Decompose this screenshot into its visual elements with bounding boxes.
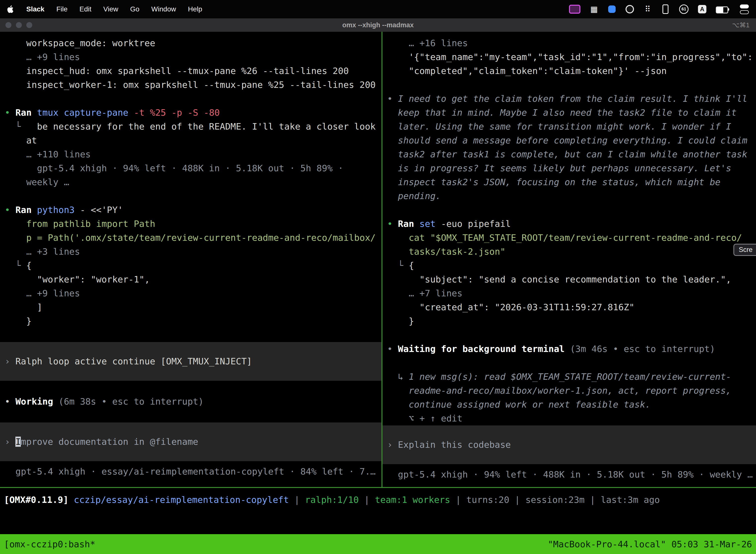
menu-help[interactable]: Help	[188, 5, 202, 13]
control-center-icon[interactable]	[740, 3, 749, 15]
terminal-line: └ {	[387, 259, 756, 273]
zoom-button[interactable]	[26, 22, 32, 28]
screen-capture-tooltip: Scre	[734, 244, 756, 256]
terminal-line	[5, 92, 381, 106]
window-title: omx --xhigh --madmax	[0, 21, 756, 29]
terminal-line: … +9 lines	[5, 286, 381, 300]
menu-view[interactable]: View	[104, 5, 118, 13]
terminal-line: later. Using the same for transition mig…	[387, 120, 756, 133]
screen-recording-indicator[interactable]	[569, 3, 580, 15]
input-source-icon[interactable]: A	[698, 3, 706, 15]
blue-app-icon[interactable]	[608, 3, 616, 15]
omx-status-line: [OMX#0.11.9] cczip/essay/ai-reimplementa…	[4, 493, 660, 507]
pane-separator-horizontal	[0, 487, 756, 488]
terminal-line: readme-and-reco/mailbox/worker-1.json, a…	[387, 384, 756, 398]
terminal-line: is in progress? It seems likely but perh…	[387, 161, 756, 175]
terminal-line	[5, 189, 381, 203]
terminal-line: }	[387, 314, 756, 328]
menu-bar-left: Slack FileEditViewGoWindowHelp	[7, 5, 202, 14]
prompt-band[interactable]: › Improve documentation in @filename	[0, 423, 381, 461]
macos-menu-bar: Slack FileEditViewGoWindowHelp ▦⠿61A	[0, 0, 756, 18]
terminal-line	[387, 203, 756, 217]
prompt-band[interactable]: › Ralph loop active continue [OMX_TMUX_I…	[0, 342, 381, 381]
terminal-line: • Ran tmux capture-pane -t %25 -p -S -80	[5, 106, 381, 120]
screen: Slack FileEditViewGoWindowHelp ▦⠿61A omx…	[0, 0, 756, 554]
pane-status-line: gpt-5.4 xhigh · essay/ai-reimplementatio…	[5, 465, 381, 479]
terminal-line: … +7 lines	[387, 286, 756, 300]
terminal-line: └ be necessary for the end of the README…	[5, 120, 381, 133]
terminal-line: workspace_mode: worktree	[5, 36, 381, 50]
terminal-line: … +16 lines	[387, 36, 756, 50]
terminal-line	[5, 328, 381, 342]
traffic-lights	[0, 22, 32, 28]
terminal-line: from pathlib import Path	[5, 217, 381, 231]
menu-go[interactable]: Go	[130, 5, 139, 13]
terminal-line: '{"team_name":"my-team","task_id":"1","f…	[387, 50, 756, 64]
menu-bar-status-icons: ▦⠿61A	[569, 3, 749, 15]
terminal-line: • Working (6m 38s • esc to interrupt)	[5, 395, 381, 408]
terminal-line: }	[5, 314, 381, 328]
dots-grid-icon[interactable]: ⠿	[643, 3, 652, 15]
terminal-area: workspace_mode: worktree … +9 lines insp…	[0, 32, 756, 534]
pane-status-line: gpt-5.4 xhigh · 94% left · 488K in · 5.1…	[387, 467, 756, 482]
app-menu-slack[interactable]: Slack	[26, 5, 44, 13]
terminal-line: keep that in mind. Maybe I also need the…	[387, 106, 756, 120]
menu-edit[interactable]: Edit	[79, 5, 91, 13]
terminal-line: ⌥ + ↑ edit	[387, 411, 756, 426]
tooltip-label: Scre	[739, 246, 753, 254]
terminal-line	[387, 78, 756, 92]
terminal-line: ]	[5, 300, 381, 314]
terminal-line: "completed","claim_token":"claim-token"}…	[387, 64, 756, 78]
terminal-line: • Ran set -euo pipefail	[387, 217, 756, 231]
terminal-line: └ {	[5, 259, 381, 273]
tmux-host-time: "MacBook-Pro-44.local" 05:03 31-Mar-26	[548, 539, 752, 549]
right-terminal-pane[interactable]: … +16 lines '{"team_name":"my-team","tas…	[382, 32, 756, 487]
phone-icon[interactable]	[661, 3, 670, 15]
terminal-line	[5, 381, 381, 395]
tmux-session-info: [omx-cczip0:bash*	[4, 539, 95, 549]
dark-app-icon[interactable]	[626, 3, 634, 15]
terminal-line: gpt-5.4 xhigh · 94% left · 488K in · 5.1…	[5, 161, 381, 175]
prompt-band[interactable]: › Explain this codebase	[382, 426, 756, 464]
battery-percent-badge[interactable]: 61	[679, 3, 689, 15]
terminal-line	[387, 356, 756, 370]
terminal-line: inspect_hud: omx sparkshell --tmux-pane …	[5, 64, 381, 78]
apple-menu-icon[interactable]	[7, 5, 14, 14]
terminal-line: p = Path('.omx/state/team/review-current…	[5, 231, 381, 245]
terminal-line: … +110 lines	[5, 148, 381, 161]
tmux-status-bar: [omx-cczip0:bash* "MacBook-Pro-44.local"…	[0, 534, 756, 554]
terminal-line: • Waiting for background terminal (3m 46…	[387, 342, 756, 356]
menu-items: FileEditViewGoWindowHelp	[56, 5, 202, 13]
terminal-line: inspect_worker-1: omx sparkshell --tmux-…	[5, 78, 381, 92]
terminal-line: inspect task2's JSON, focusing on the st…	[387, 175, 756, 189]
terminal-line: … +3 lines	[5, 245, 381, 259]
terminal-line: at	[5, 133, 381, 148]
terminal-line: should send a message before completing …	[387, 133, 756, 148]
minimize-button[interactable]	[16, 22, 22, 28]
window-shortcut-hint: ⌥⌘1	[732, 21, 750, 29]
terminal-line: "worker": "worker-1",	[5, 273, 381, 286]
terminal-line: "subject": "send a concise recommendatio…	[387, 273, 756, 286]
terminal-line: tasks/task-2.json"	[387, 245, 756, 259]
terminal-line	[5, 408, 381, 423]
terminal-line: ↳ 1 new msg(s): read $OMX_TEAM_STATE_ROO…	[387, 370, 756, 384]
terminal-line: continue assigned work or next feasible …	[387, 398, 756, 411]
terminal-line: … +9 lines	[5, 50, 381, 64]
terminal-line: cat "$OMX_TEAM_STATE_ROOT/team/review-cu…	[387, 231, 756, 245]
left-terminal-pane[interactable]: workspace_mode: worktree … +9 lines insp…	[0, 32, 381, 487]
terminal-line: "created_at": "2026-03-31T11:59:27.816Z"	[387, 300, 756, 314]
terminal-line: • I need to get the claim token from the…	[387, 92, 756, 106]
terminal-line: pending.	[387, 189, 756, 203]
grid-icon[interactable]: ▦	[590, 3, 598, 15]
terminal-line: weekly …	[5, 175, 381, 189]
menu-file[interactable]: File	[56, 5, 67, 13]
terminal-line: task2 after task1 is complete, but can I…	[387, 148, 756, 161]
close-button[interactable]	[5, 22, 11, 28]
window-title-bar[interactable]: omx --xhigh --madmax ⌥⌘1	[0, 18, 756, 32]
terminal-line	[387, 328, 756, 342]
battery-icon[interactable]	[716, 3, 730, 15]
terminal-line: • Ran python3 - <<'PY'	[5, 203, 381, 217]
menu-window[interactable]: Window	[151, 5, 176, 13]
